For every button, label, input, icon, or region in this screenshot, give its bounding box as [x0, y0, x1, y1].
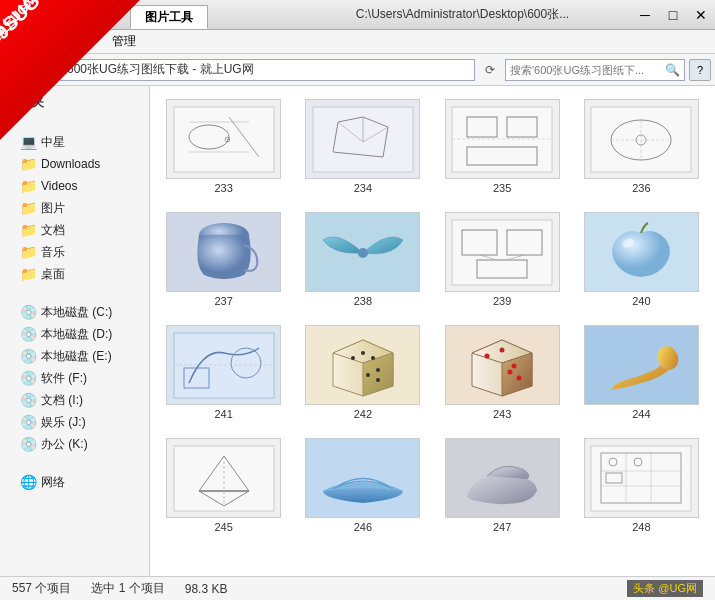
sidebar-item-drive-k[interactable]: 💿 办公 (K:) [0, 433, 149, 455]
search-icon: 🔍 [665, 63, 680, 77]
list-item[interactable]: 246 [297, 433, 428, 538]
sidebar-item-drive-i[interactable]: 💿 文档 (I:) [0, 389, 149, 411]
sidebar-item-drive-c[interactable]: 💿 本地磁盘 (C:) [0, 301, 149, 323]
network-label: 网络 [41, 474, 65, 491]
label-235: 235 [493, 182, 511, 194]
thumbnail-235 [445, 99, 560, 179]
svg-point-39 [371, 356, 375, 360]
up-button[interactable]: ↑ [32, 58, 56, 82]
sketch-svg-248 [586, 441, 696, 516]
help-button[interactable]: ? [689, 59, 711, 81]
selected-items: 选中 1 个项目 [91, 580, 164, 597]
folder-desktop-icon: 📁 [20, 266, 37, 282]
selected-size: 98.3 KB [185, 582, 228, 596]
label-244: 244 [632, 408, 650, 420]
search-input[interactable] [510, 64, 665, 76]
list-item[interactable]: 235 [437, 94, 568, 199]
minimize-button[interactable]: ─ [631, 0, 659, 30]
label-246: 246 [354, 521, 372, 533]
content-area: ⊙ 233 234 [150, 86, 715, 576]
3d-svg-246 [308, 441, 418, 516]
address-bar[interactable]: 600张UG练习图纸下载 - 就上UG网 [60, 59, 475, 81]
sidebar-item-drive-d[interactable]: 💿 本地磁盘 (D:) [0, 323, 149, 345]
sidebar-item-drive-j[interactable]: 💿 娱乐 (J:) [0, 411, 149, 433]
list-item[interactable]: 242 [297, 320, 428, 425]
svg-point-46 [485, 353, 490, 358]
sidebar-item-pictures[interactable]: 📁 图片 [0, 197, 149, 219]
list-item[interactable]: 247 [437, 433, 568, 538]
svg-point-48 [508, 369, 513, 374]
label-248: 248 [632, 521, 650, 533]
list-item[interactable]: 236 [576, 94, 707, 199]
list-item[interactable]: ⊙ 233 [158, 94, 289, 199]
drive-f-icon: 💿 [20, 370, 37, 386]
label-233: 233 [214, 182, 232, 194]
statusbar: 557 个项目 选中 1 个项目 98.3 KB 头条 @UG网 [0, 576, 715, 600]
folder-music-icon: 📁 [20, 244, 37, 260]
maximize-button[interactable]: □ [659, 0, 687, 30]
3d-svg-238 [308, 215, 418, 290]
sidebar-item-drive-e[interactable]: 💿 本地磁盘 (E:) [0, 345, 149, 367]
drive-d-label: 本地磁盘 (D:) [41, 326, 112, 343]
thumbnail-233: ⊙ [166, 99, 281, 179]
window-controls: ─ □ ✕ [631, 0, 715, 30]
drive-j-label: 娱乐 (J:) [41, 414, 86, 431]
3d-svg-247 [447, 441, 557, 516]
3d-svg-237 [169, 215, 279, 290]
sidebar-item-drive-f[interactable]: 💿 软件 (F:) [0, 367, 149, 389]
close-button[interactable]: ✕ [687, 0, 715, 30]
label-237: 237 [214, 295, 232, 307]
toolbar: ◀ ↑ 600张UG练习图纸下载 - 就上UG网 ⟳ 🔍 ? [0, 54, 715, 86]
svg-point-22 [358, 248, 368, 258]
breadcrumb-text: 600张UG练习图纸下载 - 就上UG网 [67, 61, 254, 78]
svg-point-37 [351, 356, 355, 360]
menubar: 共享 查看 管理 [0, 30, 715, 54]
thumbnail-245 [166, 438, 281, 518]
menu-manage[interactable]: 管理 [104, 31, 144, 52]
refresh-button[interactable]: ⟳ [479, 59, 501, 81]
list-item[interactable]: 240 [576, 207, 707, 312]
list-item[interactable]: 238 [297, 207, 428, 312]
videos-label: Videos [41, 179, 77, 193]
sidebar-item-music[interactable]: 📁 音乐 [0, 241, 149, 263]
3d-svg-240 [586, 215, 696, 290]
label-242: 242 [354, 408, 372, 420]
documents-label: 文档 [41, 222, 65, 239]
total-items: 557 个项目 [12, 580, 71, 597]
menu-share[interactable]: 共享 [8, 31, 48, 52]
list-item[interactable]: 245 [158, 433, 289, 538]
drive-j-icon: 💿 [20, 414, 37, 430]
list-item[interactable]: 237 [158, 207, 289, 312]
list-item[interactable]: 234 [297, 94, 428, 199]
thumbnail-234 [305, 99, 420, 179]
sidebar-item-downloads[interactable]: 📁 Downloads [0, 153, 149, 175]
list-item[interactable]: 241 [158, 320, 289, 425]
search-bar[interactable]: 🔍 [505, 59, 685, 81]
sidebar-item-zhongxing[interactable]: 💻 中星 [0, 131, 149, 153]
titlebar: 图片工具 C:\Users\Administrator\Desktop\600张… [0, 0, 715, 30]
tab-picture-tools[interactable]: 图片工具 [130, 5, 208, 29]
sidebar-item-network[interactable]: 🌐 网络 [0, 471, 149, 493]
svg-point-49 [517, 375, 522, 380]
label-240: 240 [632, 295, 650, 307]
label-247: 247 [493, 521, 511, 533]
label-234: 234 [354, 182, 372, 194]
drive-i-label: 文档 (I:) [41, 392, 83, 409]
svg-point-38 [361, 351, 365, 355]
drive-e-label: 本地磁盘 (E:) [41, 348, 112, 365]
drive-k-icon: 💿 [20, 436, 37, 452]
list-item[interactable]: 243 [437, 320, 568, 425]
thumbnail-243 [445, 325, 560, 405]
sidebar-item-documents[interactable]: 📁 文档 [0, 219, 149, 241]
drive-c-icon: 💿 [20, 304, 37, 320]
list-item[interactable]: 239 [437, 207, 568, 312]
drive-e-icon: 💿 [20, 348, 37, 364]
pictures-label: 图片 [41, 200, 65, 217]
back-button[interactable]: ◀ [4, 58, 28, 82]
sidebar-item-videos[interactable]: 📁 Videos [0, 175, 149, 197]
list-item[interactable]: 244 [576, 320, 707, 425]
svg-point-47 [500, 347, 505, 352]
menu-view[interactable]: 查看 [56, 31, 96, 52]
sidebar-item-desktop[interactable]: 📁 桌面 [0, 263, 149, 285]
list-item[interactable]: 248 [576, 433, 707, 538]
